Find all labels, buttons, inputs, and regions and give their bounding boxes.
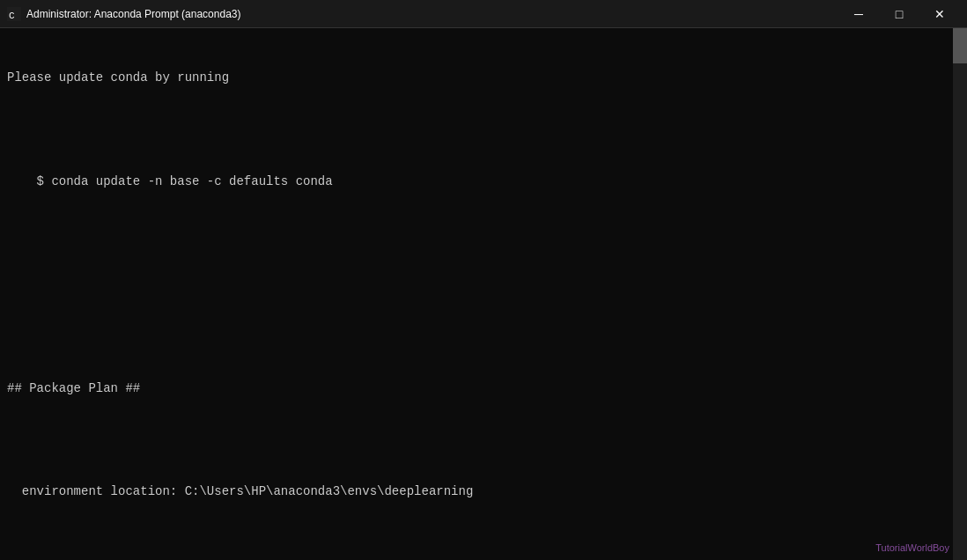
window-title: Administrator: Anaconda Prompt (anaconda… bbox=[26, 8, 240, 20]
terminal-window[interactable]: Please update conda by running $ conda u… bbox=[0, 28, 967, 560]
terminal-line: ## Package Plan ## bbox=[7, 380, 949, 398]
svg-text:C: C bbox=[9, 11, 15, 21]
prompt-icon: C bbox=[7, 7, 21, 21]
window-controls: ─ □ ✕ bbox=[838, 0, 960, 28]
terminal-line bbox=[7, 535, 949, 553]
title-bar: C Administrator: Anaconda Prompt (anacon… bbox=[0, 0, 967, 28]
terminal-line bbox=[7, 225, 949, 243]
terminal-line: environment location: C:\Users\HP\anacon… bbox=[7, 483, 949, 501]
scrollbar-thumb[interactable] bbox=[953, 28, 967, 63]
terminal-line bbox=[7, 328, 949, 346]
terminal-line bbox=[7, 276, 949, 294]
terminal-line bbox=[7, 122, 949, 139]
scrollbar[interactable] bbox=[953, 28, 967, 560]
maximize-button[interactable]: □ bbox=[879, 0, 919, 28]
close-button[interactable]: ✕ bbox=[919, 0, 960, 28]
terminal-output: Please update conda by running $ conda u… bbox=[0, 28, 953, 560]
terminal-line bbox=[7, 432, 949, 450]
terminal-line: Please update conda by running bbox=[7, 70, 949, 87]
terminal-line: $ conda update -n base -c defaults conda bbox=[7, 173, 949, 191]
minimize-button[interactable]: ─ bbox=[838, 0, 879, 28]
title-bar-left: C Administrator: Anaconda Prompt (anacon… bbox=[7, 7, 240, 21]
